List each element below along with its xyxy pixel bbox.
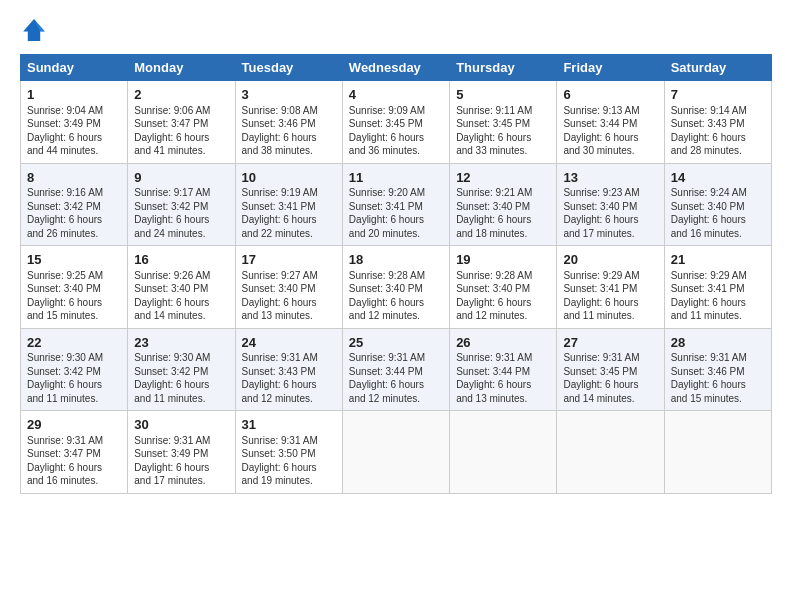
calendar-table: SundayMondayTuesdayWednesdayThursdayFrid… [20, 54, 772, 494]
cell-line: Sunset: 3:41 PM [563, 282, 657, 296]
cell-line: Sunrise: 9:16 AM [27, 186, 121, 200]
cell-line: and 14 minutes. [134, 309, 228, 323]
cell-line: Sunrise: 9:30 AM [27, 351, 121, 365]
cell-line: Sunset: 3:44 PM [563, 117, 657, 131]
cell-line: Sunset: 3:47 PM [134, 117, 228, 131]
day-cell [664, 411, 771, 494]
cell-line: Sunset: 3:45 PM [563, 365, 657, 379]
cell-line: and 20 minutes. [349, 227, 443, 241]
cell-line: Daylight: 6 hours [349, 213, 443, 227]
day-number: 21 [671, 251, 765, 269]
cell-line: Daylight: 6 hours [671, 213, 765, 227]
day-number: 16 [134, 251, 228, 269]
cell-line: Sunrise: 9:14 AM [671, 104, 765, 118]
cell-line: Sunrise: 9:28 AM [349, 269, 443, 283]
cell-line: Sunset: 3:42 PM [27, 365, 121, 379]
cell-line: Sunset: 3:46 PM [671, 365, 765, 379]
cell-line: and 12 minutes. [456, 309, 550, 323]
day-number: 1 [27, 86, 121, 104]
day-number: 8 [27, 169, 121, 187]
cell-line: and 18 minutes. [456, 227, 550, 241]
cell-line: Daylight: 6 hours [242, 378, 336, 392]
day-number: 6 [563, 86, 657, 104]
day-cell: 18Sunrise: 9:28 AMSunset: 3:40 PMDayligh… [342, 246, 449, 329]
day-cell: 2Sunrise: 9:06 AMSunset: 3:47 PMDaylight… [128, 81, 235, 164]
cell-line: Sunset: 3:46 PM [242, 117, 336, 131]
day-cell: 1Sunrise: 9:04 AMSunset: 3:49 PMDaylight… [21, 81, 128, 164]
day-cell: 22Sunrise: 9:30 AMSunset: 3:42 PMDayligh… [21, 328, 128, 411]
cell-line: Daylight: 6 hours [671, 131, 765, 145]
day-number: 26 [456, 334, 550, 352]
cell-line: Sunrise: 9:31 AM [134, 434, 228, 448]
week-row-4: 22Sunrise: 9:30 AMSunset: 3:42 PMDayligh… [21, 328, 772, 411]
day-number: 11 [349, 169, 443, 187]
day-cell: 14Sunrise: 9:24 AMSunset: 3:40 PMDayligh… [664, 163, 771, 246]
cell-line: Daylight: 6 hours [134, 296, 228, 310]
day-cell: 21Sunrise: 9:29 AMSunset: 3:41 PMDayligh… [664, 246, 771, 329]
cell-line: Sunrise: 9:31 AM [242, 351, 336, 365]
cell-line: and 12 minutes. [349, 392, 443, 406]
cell-line: Daylight: 6 hours [456, 296, 550, 310]
day-number: 28 [671, 334, 765, 352]
cell-line: Daylight: 6 hours [242, 461, 336, 475]
cell-line: Daylight: 6 hours [27, 131, 121, 145]
cell-line: and 41 minutes. [134, 144, 228, 158]
day-number: 27 [563, 334, 657, 352]
day-cell: 3Sunrise: 9:08 AMSunset: 3:46 PMDaylight… [235, 81, 342, 164]
cell-line: Sunrise: 9:23 AM [563, 186, 657, 200]
day-cell: 26Sunrise: 9:31 AMSunset: 3:44 PMDayligh… [450, 328, 557, 411]
cell-line: Daylight: 6 hours [349, 378, 443, 392]
cell-line: Sunrise: 9:17 AM [134, 186, 228, 200]
cell-line: Sunrise: 9:31 AM [456, 351, 550, 365]
week-row-3: 15Sunrise: 9:25 AMSunset: 3:40 PMDayligh… [21, 246, 772, 329]
cell-line: Sunset: 3:47 PM [27, 447, 121, 461]
day-number: 13 [563, 169, 657, 187]
header [20, 16, 772, 44]
cell-line: and 17 minutes. [134, 474, 228, 488]
cell-line: Daylight: 6 hours [349, 131, 443, 145]
day-cell: 12Sunrise: 9:21 AMSunset: 3:40 PMDayligh… [450, 163, 557, 246]
day-cell: 17Sunrise: 9:27 AMSunset: 3:40 PMDayligh… [235, 246, 342, 329]
day-number: 17 [242, 251, 336, 269]
cell-line: Daylight: 6 hours [27, 296, 121, 310]
week-row-2: 8Sunrise: 9:16 AMSunset: 3:42 PMDaylight… [21, 163, 772, 246]
cell-line: Sunset: 3:50 PM [242, 447, 336, 461]
day-number: 20 [563, 251, 657, 269]
cell-line: and 16 minutes. [27, 474, 121, 488]
day-number: 7 [671, 86, 765, 104]
day-cell: 30Sunrise: 9:31 AMSunset: 3:49 PMDayligh… [128, 411, 235, 494]
day-number: 10 [242, 169, 336, 187]
day-cell: 28Sunrise: 9:31 AMSunset: 3:46 PMDayligh… [664, 328, 771, 411]
header-cell-wednesday: Wednesday [342, 55, 449, 81]
cell-line: Sunset: 3:40 PM [134, 282, 228, 296]
cell-line: Daylight: 6 hours [456, 131, 550, 145]
cell-line: Daylight: 6 hours [242, 131, 336, 145]
day-number: 2 [134, 86, 228, 104]
week-row-5: 29Sunrise: 9:31 AMSunset: 3:47 PMDayligh… [21, 411, 772, 494]
cell-line: and 11 minutes. [27, 392, 121, 406]
day-cell [557, 411, 664, 494]
cell-line: and 12 minutes. [242, 392, 336, 406]
cell-line: and 33 minutes. [456, 144, 550, 158]
cell-line: and 13 minutes. [456, 392, 550, 406]
cell-line: Sunset: 3:42 PM [27, 200, 121, 214]
day-cell: 31Sunrise: 9:31 AMSunset: 3:50 PMDayligh… [235, 411, 342, 494]
cell-line: Daylight: 6 hours [671, 296, 765, 310]
day-cell: 11Sunrise: 9:20 AMSunset: 3:41 PMDayligh… [342, 163, 449, 246]
header-cell-tuesday: Tuesday [235, 55, 342, 81]
day-number: 22 [27, 334, 121, 352]
cell-line: Daylight: 6 hours [456, 378, 550, 392]
day-cell: 10Sunrise: 9:19 AMSunset: 3:41 PMDayligh… [235, 163, 342, 246]
day-cell: 29Sunrise: 9:31 AMSunset: 3:47 PMDayligh… [21, 411, 128, 494]
cell-line: Sunrise: 9:27 AM [242, 269, 336, 283]
cell-line: Sunrise: 9:04 AM [27, 104, 121, 118]
cell-line: Daylight: 6 hours [134, 461, 228, 475]
cell-line: and 22 minutes. [242, 227, 336, 241]
cell-line: Sunrise: 9:25 AM [27, 269, 121, 283]
cell-line: and 36 minutes. [349, 144, 443, 158]
week-row-1: 1Sunrise: 9:04 AMSunset: 3:49 PMDaylight… [21, 81, 772, 164]
cell-line: Sunset: 3:40 PM [242, 282, 336, 296]
cell-line: and 12 minutes. [349, 309, 443, 323]
cell-line: and 14 minutes. [563, 392, 657, 406]
cell-line: Sunset: 3:40 PM [563, 200, 657, 214]
